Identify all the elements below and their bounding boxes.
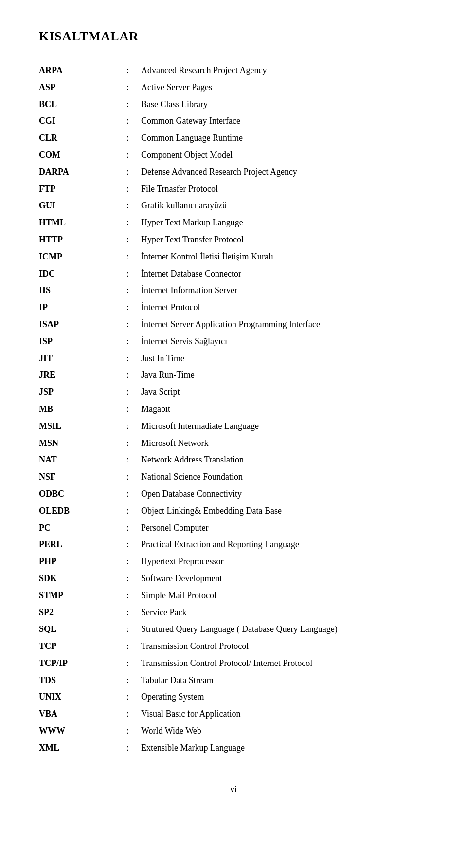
abbr-colon: : bbox=[126, 216, 141, 230]
abbr-definition: Practical Extraction and Reporting Langu… bbox=[141, 537, 299, 552]
abbr-code: MSIL bbox=[39, 419, 126, 433]
abbr-code: COM bbox=[39, 148, 126, 162]
abbr-colon: : bbox=[126, 741, 141, 755]
abbr-code: PERL bbox=[39, 537, 126, 552]
list-item: JIT: Just In Time bbox=[39, 351, 428, 366]
abbr-code: ISAP bbox=[39, 317, 126, 332]
abbr-code: TDS bbox=[39, 673, 126, 687]
abbr-code: DARPA bbox=[39, 165, 126, 179]
list-item: XML: Extensible Markup Language bbox=[39, 741, 428, 755]
abbr-colon: : bbox=[126, 148, 141, 162]
list-item: SQL: Strutured Query Language ( Database… bbox=[39, 622, 428, 636]
list-item: DARPA: Defense Advanced Research Project… bbox=[39, 165, 428, 179]
abbr-definition: Personel Computer bbox=[141, 521, 208, 535]
list-item: ARPA: Advanced Research Project Agency bbox=[39, 63, 428, 77]
abbr-definition: Extensible Markup Language bbox=[141, 741, 245, 755]
list-item: PC: Personel Computer bbox=[39, 521, 428, 535]
list-item: JRE: Java Run-Time bbox=[39, 368, 428, 382]
list-item: COM: Component Object Model bbox=[39, 148, 428, 162]
abbr-definition: Open Database Connectivity bbox=[141, 487, 242, 501]
abbr-colon: : bbox=[126, 300, 141, 314]
abbr-code: XML bbox=[39, 741, 126, 755]
abbr-definition: İnternet Protocol bbox=[141, 300, 200, 314]
abbr-colon: : bbox=[126, 453, 141, 467]
abbr-definition: Grafik kullanıcı arayüzü bbox=[141, 199, 227, 213]
abbr-colon: : bbox=[126, 317, 141, 332]
list-item: SP2: Service Pack bbox=[39, 606, 428, 620]
abbr-colon: : bbox=[126, 114, 141, 128]
abbr-definition: Microsoft Network bbox=[141, 436, 208, 450]
list-item: ISAP: İnternet Server Application Progra… bbox=[39, 317, 428, 332]
abbr-colon: : bbox=[126, 521, 141, 535]
abbr-definition: Advanced Research Project Agency bbox=[141, 63, 267, 77]
abbr-colon: : bbox=[126, 622, 141, 636]
list-item: CGI: Common Gateway Interface bbox=[39, 114, 428, 128]
abbr-colon: : bbox=[126, 690, 141, 704]
abbr-colon: : bbox=[126, 639, 141, 653]
abbr-definition: Transmission Control Protocol/ Internet … bbox=[141, 656, 312, 670]
abbr-code: ISP bbox=[39, 334, 126, 349]
abbr-code: ICMP bbox=[39, 250, 126, 264]
abbr-code: FTP bbox=[39, 182, 126, 196]
list-item: ISP: İnternet Servis Sağlayıcı bbox=[39, 334, 428, 349]
abbr-colon: : bbox=[126, 131, 141, 145]
list-item: OLEDB: Object Linking& Embedding Data Ba… bbox=[39, 504, 428, 518]
abbr-code: CLR bbox=[39, 131, 126, 145]
abbr-code: MB bbox=[39, 402, 126, 416]
abbr-definition: Java Script bbox=[141, 385, 180, 399]
abbr-definition: Java Run-Time bbox=[141, 368, 195, 382]
list-item: HTML: Hyper Text Markup Languge bbox=[39, 216, 428, 230]
abbr-colon: : bbox=[126, 537, 141, 552]
abbr-code: IP bbox=[39, 300, 126, 314]
abbr-definition: İnternet Database Connector bbox=[141, 267, 241, 281]
list-item: BCL: Base Class Library bbox=[39, 97, 428, 111]
abbr-colon: : bbox=[126, 199, 141, 213]
abbreviation-list: ARPA: Advanced Research Project AgencyAS… bbox=[39, 63, 428, 755]
abbr-definition: Magabit bbox=[141, 402, 170, 416]
list-item: MSIL: Microsoft Intermadiate Language bbox=[39, 419, 428, 433]
list-item: CLR: Common Language Runtime bbox=[39, 131, 428, 145]
abbr-colon: : bbox=[126, 63, 141, 77]
abbr-colon: : bbox=[126, 436, 141, 450]
abbr-definition: Component Object Model bbox=[141, 148, 233, 162]
list-item: JSP: Java Script bbox=[39, 385, 428, 399]
abbr-definition: Transmission Control Protocol bbox=[141, 639, 249, 653]
abbr-code: IDC bbox=[39, 267, 126, 281]
list-item: IIS: İnternet Information Server bbox=[39, 283, 428, 297]
abbr-code: WWW bbox=[39, 724, 126, 738]
list-item: STMP: Simple Mail Protocol bbox=[39, 589, 428, 603]
abbr-code: JSP bbox=[39, 385, 126, 399]
abbr-colon: : bbox=[126, 402, 141, 416]
list-item: PHP: Hypertext Preprocessor bbox=[39, 554, 428, 569]
abbr-definition: Just In Time bbox=[141, 351, 184, 366]
abbr-colon: : bbox=[126, 351, 141, 366]
list-item: TCP: Transmission Control Protocol bbox=[39, 639, 428, 653]
list-item: ODBC: Open Database Connectivity bbox=[39, 487, 428, 501]
abbr-colon: : bbox=[126, 554, 141, 569]
abbr-code: BCL bbox=[39, 97, 126, 111]
page-title: KISALTMALAR bbox=[39, 29, 428, 44]
abbr-code: TCP/IP bbox=[39, 656, 126, 670]
abbr-colon: : bbox=[126, 656, 141, 670]
list-item: HTTP: Hyper Text Transfer Protocol bbox=[39, 233, 428, 247]
abbr-code: VBA bbox=[39, 707, 126, 721]
abbr-definition: Common Gateway Interface bbox=[141, 114, 240, 128]
abbr-definition: Strutured Query Language ( Database Quer… bbox=[141, 622, 338, 636]
abbr-code: MSN bbox=[39, 436, 126, 450]
abbr-colon: : bbox=[126, 504, 141, 518]
abbr-colon: : bbox=[126, 606, 141, 620]
abbr-definition: Visual Basic for Application bbox=[141, 707, 240, 721]
abbr-colon: : bbox=[126, 165, 141, 179]
abbr-definition: Tabular Data Stream bbox=[141, 673, 214, 687]
list-item: ICMP: İnternet Kontrol İletisi İletişim … bbox=[39, 250, 428, 264]
abbr-colon: : bbox=[126, 233, 141, 247]
abbr-code: GUI bbox=[39, 199, 126, 213]
abbr-definition: Hypertext Preprocessor bbox=[141, 554, 223, 569]
list-item: MSN: Microsoft Network bbox=[39, 436, 428, 450]
abbr-colon: : bbox=[126, 80, 141, 94]
abbr-definition: Network Address Translation bbox=[141, 453, 244, 467]
abbr-definition: World Wide Web bbox=[141, 724, 201, 738]
abbr-definition: Software Development bbox=[141, 572, 222, 586]
abbr-colon: : bbox=[126, 724, 141, 738]
abbr-colon: : bbox=[126, 334, 141, 349]
